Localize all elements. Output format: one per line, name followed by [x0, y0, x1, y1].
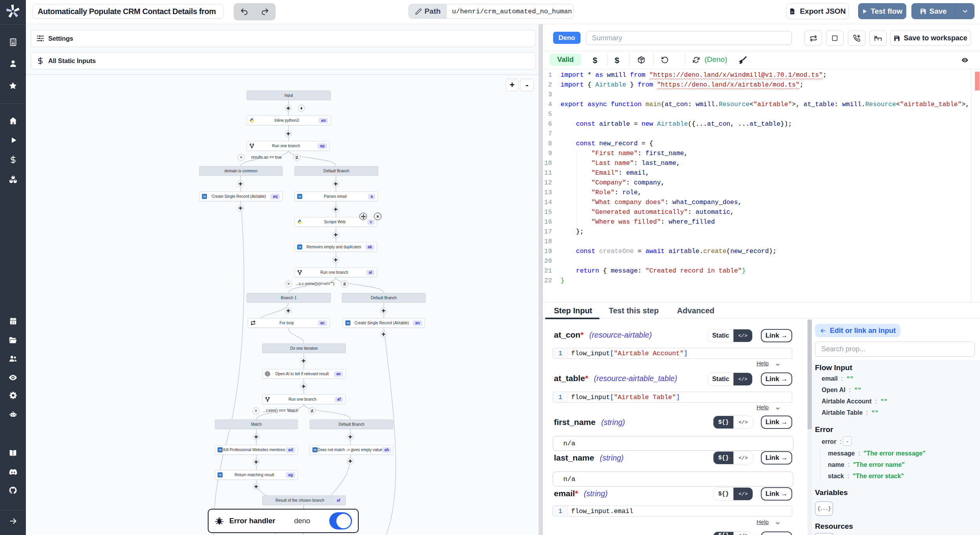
- svg-text:TS: TS: [298, 195, 301, 198]
- svg-text:TS: TS: [219, 449, 221, 451]
- svg-text:TS: TS: [347, 322, 349, 324]
- svg-text:TS: TS: [298, 246, 301, 248]
- svg-text:TS: TS: [314, 449, 316, 451]
- svg-text:TS: TS: [203, 195, 206, 198]
- svg-text:TS: TS: [219, 474, 221, 476]
